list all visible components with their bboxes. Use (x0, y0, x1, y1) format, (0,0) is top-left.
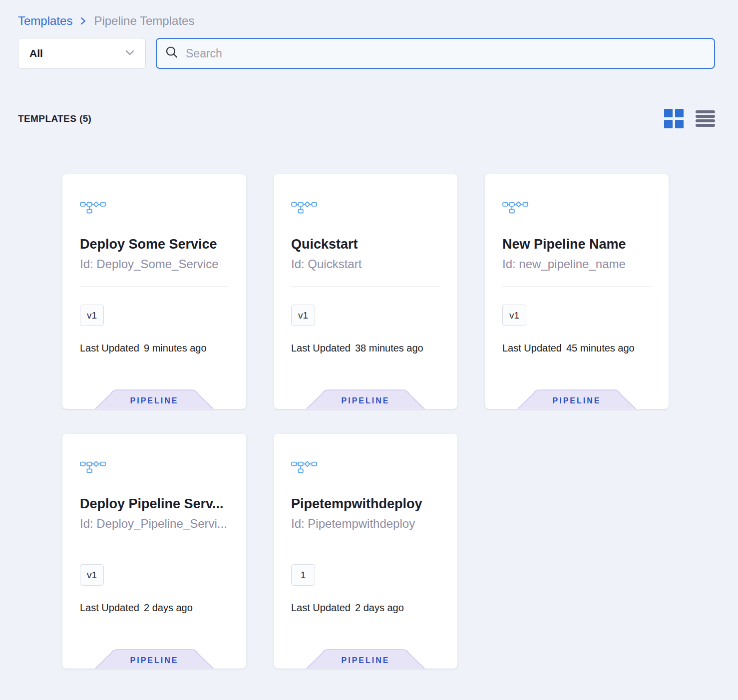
pipeline-icon (80, 201, 106, 214)
template-id: Id: new_pipeline_name (502, 257, 651, 271)
pipeline-tag: PIPELINE (95, 649, 214, 669)
grid-view-icon (664, 109, 684, 128)
pipeline-tag-label: PIPELINE (517, 396, 636, 405)
last-updated: Last Updated2 days ago (291, 602, 440, 614)
version-badge: v1 (80, 564, 104, 586)
last-updated-label: Last Updated (291, 602, 351, 613)
template-card[interactable]: Quickstart Id: Quickstart v1 Last Update… (274, 174, 457, 409)
filter-row: All (18, 38, 715, 69)
last-updated-label: Last Updated (502, 343, 562, 353)
section-title: TEMPLATES (5) (18, 113, 91, 124)
template-id: Id: Quickstart (291, 257, 440, 271)
version-badge: v1 (291, 305, 315, 326)
version-badge: v1 (502, 305, 526, 326)
pipeline-tag: PIPELINE (95, 389, 214, 409)
last-updated-label: Last Updated (80, 343, 139, 353)
breadcrumb-current: Pipeline Templates (94, 14, 194, 28)
last-updated-label: Last Updated (291, 343, 351, 353)
template-title: Quickstart (291, 237, 440, 252)
breadcrumb-link-templates[interactable]: Templates (18, 14, 72, 28)
template-id: Id: Deploy_Some_Service (80, 257, 229, 271)
pipeline-tag-label: PIPELINE (95, 396, 214, 405)
pipeline-icon (80, 460, 106, 473)
template-card[interactable]: Pipetempwithdeploy Id: Pipetempwithdeplo… (274, 434, 457, 669)
last-updated-label: Last Updated (80, 602, 139, 613)
scope-filter-value: All (29, 47, 43, 59)
section-header: TEMPLATES (5) (18, 109, 715, 128)
pipeline-templates-page: Templates Pipeline Templates All TEMPLAT… (0, 0, 738, 669)
pipeline-icon (502, 201, 528, 214)
version-badge: v1 (80, 305, 104, 326)
last-updated-value: 45 minutes ago (566, 343, 635, 353)
chevron-down-icon (125, 49, 134, 58)
template-id: Id: Pipetempwithdeploy (291, 517, 440, 531)
template-title: Deploy Pipeline Serv... (80, 496, 229, 512)
pipeline-icon (291, 460, 317, 473)
grid-view-button[interactable] (664, 109, 684, 128)
last-updated-value: 38 minutes ago (355, 343, 423, 353)
last-updated-value: 2 days ago (144, 602, 193, 613)
pipeline-tag-label: PIPELINE (306, 396, 425, 405)
scope-filter-dropdown[interactable]: All (18, 38, 146, 69)
list-view-icon (696, 110, 715, 127)
pipeline-tag: PIPELINE (306, 389, 425, 409)
view-toggles (664, 109, 715, 128)
template-card[interactable]: Deploy Some Service Id: Deploy_Some_Serv… (62, 174, 246, 409)
last-updated: Last Updated38 minutes ago (291, 343, 440, 354)
last-updated-value: 9 minutes ago (144, 343, 207, 353)
last-updated: Last Updated2 days ago (80, 602, 229, 614)
last-updated: Last Updated9 minutes ago (80, 343, 229, 354)
pipeline-tag: PIPELINE (306, 649, 425, 669)
last-updated: Last Updated45 minutes ago (502, 343, 651, 354)
search-box[interactable] (156, 38, 715, 69)
templates-grid: Deploy Some Service Id: Deploy_Some_Serv… (62, 174, 715, 669)
pipeline-tag: PIPELINE (517, 389, 636, 409)
version-badge: 1 (291, 564, 315, 586)
template-title: Deploy Some Service (80, 237, 229, 252)
template-title: Pipetempwithdeploy (291, 496, 440, 512)
template-title: New Pipeline Name (502, 237, 651, 252)
pipeline-icon (291, 201, 317, 214)
template-card[interactable]: New Pipeline Name Id: new_pipeline_name … (485, 174, 669, 409)
chevron-right-icon (79, 16, 87, 26)
search-icon (165, 45, 179, 61)
breadcrumb: Templates Pipeline Templates (18, 14, 715, 28)
list-view-button[interactable] (696, 110, 715, 127)
pipeline-tag-label: PIPELINE (95, 656, 214, 665)
search-input[interactable] (186, 47, 706, 60)
template-id: Id: Deploy_Pipeline_Servi... (80, 517, 229, 531)
template-card[interactable]: Deploy Pipeline Serv... Id: Deploy_Pipel… (62, 434, 246, 669)
pipeline-tag-label: PIPELINE (306, 656, 425, 665)
last-updated-value: 2 days ago (355, 602, 404, 613)
